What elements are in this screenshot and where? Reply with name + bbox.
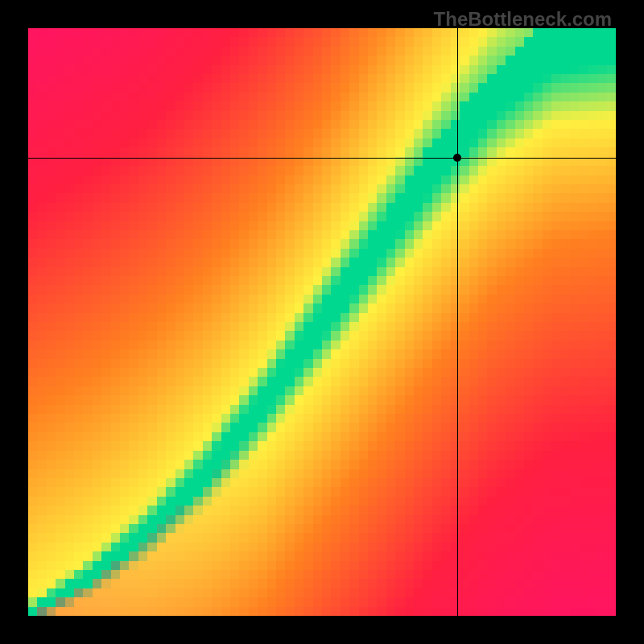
watermark-text: TheBottleneck.com bbox=[434, 8, 612, 31]
heatmap-grid bbox=[28, 28, 616, 616]
crosshair-horizontal bbox=[28, 158, 616, 159]
crosshair-vertical bbox=[457, 28, 458, 616]
marker-point bbox=[453, 154, 461, 162]
heatmap-chart bbox=[28, 28, 616, 616]
